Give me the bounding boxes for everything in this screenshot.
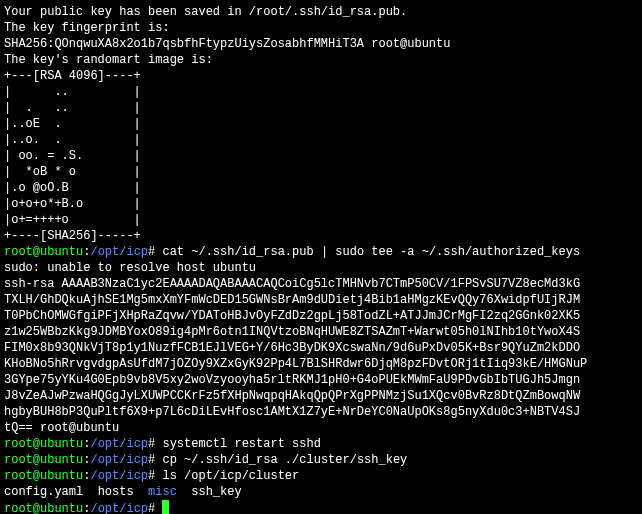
prompt-user: root bbox=[4, 245, 33, 259]
output-line: T0PbChOMWGfgiPFjXHpRaZqvw/YDAToHBJvOyFZd… bbox=[4, 308, 638, 324]
prompt-symbol: # bbox=[148, 469, 162, 483]
randomart-line: |.o @oO.B | bbox=[4, 180, 638, 196]
output-line: J8vZeAJwPzwaHQGgJyLXUWPCCKrFz5fXHpNwqpqH… bbox=[4, 388, 638, 404]
randomart-line: | .. | bbox=[4, 84, 638, 100]
shell-prompt[interactable]: root@ubuntu:/opt/icp# ls /opt/icp/cluste… bbox=[4, 468, 638, 484]
command-text: ls /opt/icp/cluster bbox=[162, 469, 299, 483]
shell-prompt-active[interactable]: root@ubuntu:/opt/icp# bbox=[4, 500, 638, 514]
prompt-path: /opt/icp bbox=[90, 469, 148, 483]
at-sign: @ bbox=[33, 245, 40, 259]
prompt-symbol: # bbox=[148, 502, 162, 514]
output-line: Your public key has been saved in /root/… bbox=[4, 4, 638, 20]
output-line: 3GYpe75yYKu4G0Epb9vb8V5xy2woVzyooyha5rlt… bbox=[4, 372, 638, 388]
cursor-icon bbox=[162, 500, 169, 514]
prompt-host: ubuntu bbox=[40, 469, 83, 483]
randomart-line: | . .. | bbox=[4, 100, 638, 116]
output-line: SHA256:QOnqwuXA8x2o1b7qsbfhFtypzUiysZosa… bbox=[4, 36, 638, 52]
output-line: ssh-rsa AAAAB3NzaC1yc2EAAAADAQABAAACAQCo… bbox=[4, 276, 638, 292]
randomart-line: |..o. . | bbox=[4, 132, 638, 148]
randomart-line: |o+=++++o | bbox=[4, 212, 638, 228]
at-sign: @ bbox=[33, 502, 40, 514]
randomart-line: +---[RSA 4096]----+ bbox=[4, 68, 638, 84]
prompt-host: ubuntu bbox=[40, 245, 83, 259]
output-line: The key fingerprint is: bbox=[4, 20, 638, 36]
prompt-host: ubuntu bbox=[40, 453, 83, 467]
prompt-symbol: # bbox=[148, 437, 162, 451]
ls-file: config.yaml bbox=[4, 485, 83, 499]
prompt-user: root bbox=[4, 453, 33, 467]
at-sign: @ bbox=[33, 453, 40, 467]
output-line: sudo: unable to resolve host ubuntu bbox=[4, 260, 638, 276]
randomart-line: |..oE . | bbox=[4, 116, 638, 132]
output-line: TXLH/GhDQkuAjhSE1Mg5mxXmYFmWcDED15GWNsBr… bbox=[4, 292, 638, 308]
ls-file: ssh_key bbox=[191, 485, 241, 499]
ls-dir: misc bbox=[148, 485, 177, 499]
output-line: FIM0x8b93QNkVjT8p1y1NuzfFCB1EJlVEG+Y/6Hc… bbox=[4, 340, 638, 356]
command-text: cat ~/.ssh/id_rsa.pub | sudo tee -a ~/.s… bbox=[162, 245, 580, 259]
shell-prompt[interactable]: root@ubuntu:/opt/icp# systemctl restart … bbox=[4, 436, 638, 452]
prompt-path: /opt/icp bbox=[90, 437, 148, 451]
randomart-line: | *oB * o | bbox=[4, 164, 638, 180]
prompt-path: /opt/icp bbox=[90, 502, 148, 514]
randomart-line: | oo. = .S. | bbox=[4, 148, 638, 164]
randomart-line: |o+o+o*+B.o | bbox=[4, 196, 638, 212]
prompt-symbol: # bbox=[148, 453, 162, 467]
output-line: tQ== root@ubuntu bbox=[4, 420, 638, 436]
command-text: cp ~/.ssh/id_rsa ./cluster/ssh_key bbox=[162, 453, 407, 467]
at-sign: @ bbox=[33, 469, 40, 483]
at-sign: @ bbox=[33, 437, 40, 451]
shell-prompt[interactable]: root@ubuntu:/opt/icp# cat ~/.ssh/id_rsa.… bbox=[4, 244, 638, 260]
output-line: The key's randomart image is: bbox=[4, 52, 638, 68]
output-line: KHoBNo5hRrvgvdgpAsUfdM7jOZOy9XZxGyK92Pp4… bbox=[4, 356, 638, 372]
prompt-symbol: # bbox=[148, 245, 162, 259]
output-line: z1w25WBbzKkg9JDMBYoxO89ig4pMr6otn1INQVtz… bbox=[4, 324, 638, 340]
output-line: hgbyBUH8bP3QuPltf6X9+p7L6cDiLEvHfosc1AMt… bbox=[4, 404, 638, 420]
prompt-host: ubuntu bbox=[40, 437, 83, 451]
prompt-user: root bbox=[4, 469, 33, 483]
prompt-path: /opt/icp bbox=[90, 453, 148, 467]
ls-output: config.yaml hosts misc ssh_key bbox=[4, 484, 638, 500]
prompt-user: root bbox=[4, 437, 33, 451]
command-text: systemctl restart sshd bbox=[162, 437, 320, 451]
ls-file: hosts bbox=[98, 485, 134, 499]
prompt-host: ubuntu bbox=[40, 502, 83, 514]
randomart-line: +----[SHA256]-----+ bbox=[4, 228, 638, 244]
prompt-user: root bbox=[4, 502, 33, 514]
prompt-path: /opt/icp bbox=[90, 245, 148, 259]
shell-prompt[interactable]: root@ubuntu:/opt/icp# cp ~/.ssh/id_rsa .… bbox=[4, 452, 638, 468]
